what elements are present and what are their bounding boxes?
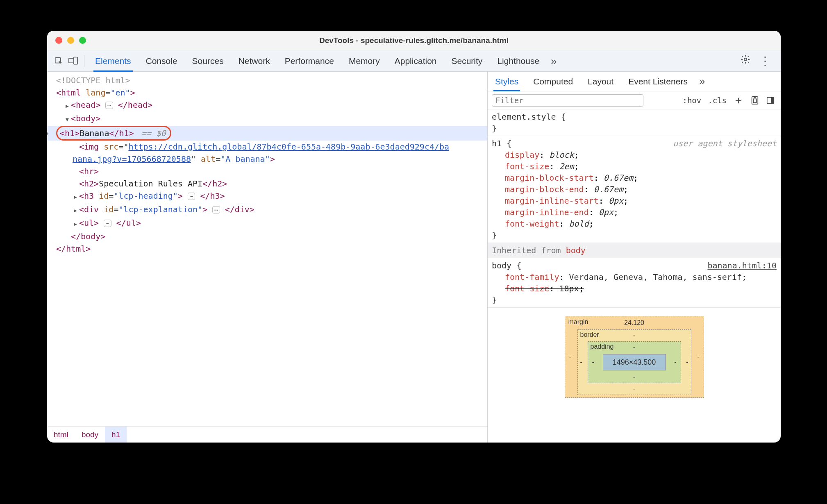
ua-stylesheet-label: user agent stylesheet [673, 138, 777, 149]
h1-text: Banana [80, 128, 109, 138]
filter-bar: :hov .cls ＋ [488, 91, 781, 109]
box-model[interactable]: margin 24.120 - - border - - - padding - [488, 308, 781, 398]
dom-ul[interactable]: <ul> ⋯ </ul> [56, 217, 487, 230]
new-rule-icon[interactable]: ＋ [732, 91, 745, 109]
box-border: border - - - padding - - - - [577, 329, 691, 395]
box-padding: padding - - - - 1496×43.500 [588, 341, 681, 383]
tab-styles[interactable]: Styles [488, 72, 526, 91]
ellipsis-icon[interactable]: ⋯ [105, 102, 113, 109]
tab-event-listeners[interactable]: Event Listeners [621, 72, 695, 91]
styles-sidebar-icon[interactable] [749, 91, 761, 109]
disclosure-icon[interactable] [64, 99, 70, 112]
minimize-icon[interactable] [67, 37, 74, 44]
dom-h2[interactable]: <h2>Speculation Rules API</h2> [56, 177, 487, 190]
hov-button[interactable]: :hov [681, 91, 703, 109]
margin-label: margin [568, 319, 588, 325]
tab-sources[interactable]: Sources [185, 50, 231, 71]
divider [84, 55, 84, 67]
dom-head[interactable]: <head> ⋯ </head> [56, 99, 487, 112]
css-rules[interactable]: element.style { } h1 { user agent styles… [488, 109, 781, 443]
tab-performance[interactable]: Performance [277, 50, 341, 71]
tab-elements[interactable]: Elements [88, 50, 139, 71]
dom-doctype[interactable]: <!DOCTYPE html> [56, 74, 487, 86]
dom-img[interactable]: <img src="https://cdn.glitch.global/87b4… [56, 141, 458, 165]
styles-tabs: Styles Computed Layout Event Listeners » [488, 72, 781, 91]
margin-top: 24.120 [624, 320, 644, 326]
more-icon[interactable]: ••• [47, 127, 50, 140]
dom-h3[interactable]: <h3 id="lcp-heading"> ⋯ </h3> [56, 190, 487, 203]
rule-element-style[interactable]: element.style { } [488, 109, 781, 136]
dom-h1-selected[interactable]: ••• <h1>Banana</h1> == $0 [47, 126, 487, 141]
device-icon[interactable] [68, 56, 78, 66]
tab-lighthouse[interactable]: Lighthouse [490, 50, 547, 71]
dom-div[interactable]: <div id="lcp-explanation"> ⋯ </div> [56, 203, 487, 217]
ellipsis-icon[interactable]: ⋯ [212, 206, 220, 213]
crumb-html[interactable]: html [47, 427, 75, 443]
dom-body-close[interactable]: </body> [56, 230, 487, 243]
panel-toggle-icon[interactable] [764, 91, 777, 109]
more-styles-tabs[interactable]: » [695, 72, 709, 91]
tab-layout[interactable]: Layout [580, 72, 621, 91]
devtools-window: DevTools - speculative-rules.glitch.me/b… [47, 31, 781, 443]
content-size: 1496×43.500 [613, 359, 656, 366]
titlebar: DevTools - speculative-rules.glitch.me/b… [47, 31, 781, 50]
styles-panel: Styles Computed Layout Event Listeners »… [488, 72, 781, 443]
tab-console[interactable]: Console [139, 50, 185, 71]
dom-html-close[interactable]: </html> [56, 243, 487, 255]
maximize-icon[interactable] [79, 37, 86, 44]
source-link[interactable]: banana.html:10 [707, 260, 777, 271]
breadcrumb: html body h1 [47, 426, 487, 443]
dom-tree[interactable]: <!DOCTYPE html> <html lang="en"> <head> … [47, 72, 487, 426]
filter-input[interactable] [492, 94, 643, 107]
box-content: 1496×43.500 [603, 354, 666, 370]
dom-panel: <!DOCTYPE html> <html lang="en"> <head> … [47, 72, 488, 443]
more-tabs-icon[interactable]: » [547, 50, 561, 71]
dom-html-open[interactable]: <html lang="en"> [56, 86, 487, 99]
dom-body-open[interactable]: <body> [56, 112, 487, 126]
disclosure-icon[interactable] [73, 203, 78, 217]
page-title: DevTools - speculative-rules.glitch.me/b… [47, 36, 781, 45]
ellipsis-icon[interactable]: ⋯ [188, 193, 195, 200]
cls-button[interactable]: .cls [706, 91, 728, 109]
tab-memory[interactable]: Memory [341, 50, 387, 71]
split-view: <!DOCTYPE html> <html lang="en"> <head> … [47, 72, 781, 443]
crumb-body[interactable]: body [75, 427, 105, 443]
disclosure-icon[interactable] [73, 217, 78, 230]
ellipsis-icon[interactable]: ⋯ [104, 220, 111, 227]
gear-icon[interactable] [741, 54, 750, 67]
svg-point-3 [744, 58, 747, 61]
tab-security[interactable]: Security [444, 50, 490, 71]
selected-ref: == $0 [141, 128, 166, 138]
svg-rect-4 [752, 96, 758, 104]
tab-application[interactable]: Application [387, 50, 444, 71]
dom-hr[interactable]: <hr> [56, 165, 487, 177]
inspect-icon[interactable] [54, 56, 64, 66]
close-icon[interactable] [55, 37, 62, 44]
inherited-header: Inherited from body [488, 243, 781, 258]
svg-rect-2 [74, 57, 77, 64]
disclosure-icon[interactable] [64, 112, 70, 126]
rule-body[interactable]: body { banana.html:10 font-family: Verda… [488, 258, 781, 308]
tab-computed[interactable]: Computed [526, 72, 580, 91]
tab-network[interactable]: Network [231, 50, 277, 71]
traffic-lights [55, 37, 86, 44]
disclosure-icon[interactable] [73, 190, 78, 203]
panel-tabstrip: Elements Console Sources Network Perform… [47, 50, 781, 72]
rule-h1[interactable]: h1 { user agent stylesheet display: bloc… [488, 136, 781, 243]
crumb-h1[interactable]: h1 [105, 427, 127, 443]
box-margin: margin 24.120 - - border - - - padding - [565, 316, 704, 398]
kebab-icon[interactable]: ⋮ [759, 59, 771, 63]
